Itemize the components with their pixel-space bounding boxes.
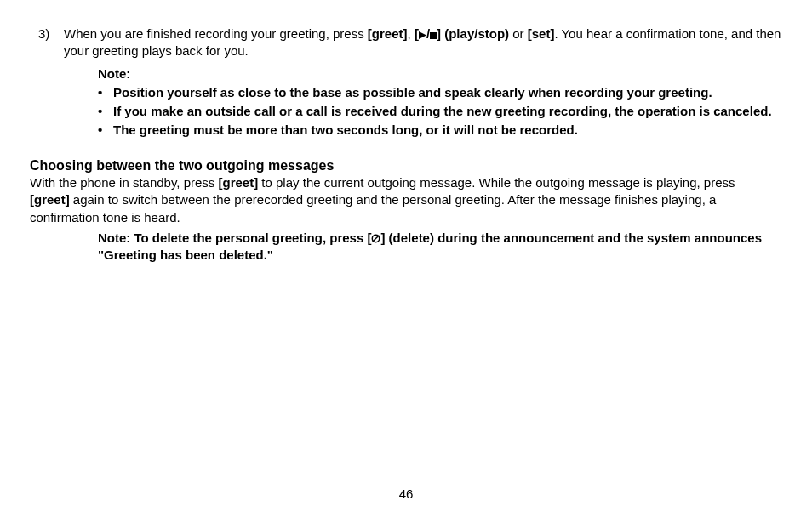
note-item: • If you make an outside call or a call … xyxy=(98,103,786,120)
greet-button-label: [greet] xyxy=(368,26,408,41)
note-text: The greeting must be more than two secon… xyxy=(113,122,578,137)
note-item: • Position yourself as close to the base… xyxy=(98,84,786,101)
note-list: • Position yourself as close to the base… xyxy=(98,84,786,139)
para-text: to play the current outgoing message. Wh… xyxy=(258,175,735,190)
note-item: • The greeting must be more than two sec… xyxy=(98,122,786,139)
bullet-icon: • xyxy=(98,103,113,120)
step-3: 3) When you are finished recording your … xyxy=(30,26,786,139)
note-block: Note: • Position yourself as close to th… xyxy=(64,65,786,139)
step-body: When you are finished recording your gre… xyxy=(64,26,786,139)
greet-button-label: [greet] xyxy=(219,175,259,190)
page-number: 46 xyxy=(0,486,812,503)
stop-icon xyxy=(430,26,437,41)
step-number: 3) xyxy=(38,26,49,43)
playstop-label: (play/stop) xyxy=(441,26,509,41)
delete-note: Note: To delete the personal greeting, p… xyxy=(30,230,770,265)
bullet-icon: • xyxy=(98,122,113,139)
step-text: When you are finished recording your gre… xyxy=(64,26,368,41)
note-text: If you make an outside call or a call is… xyxy=(113,104,772,118)
svg-rect-1 xyxy=(430,32,437,39)
delete-icon xyxy=(371,231,380,245)
section-heading: Choosing between the two outgoing messag… xyxy=(30,157,786,175)
play-icon xyxy=(419,26,426,41)
set-button-label: [set] xyxy=(528,26,555,41)
svg-marker-0 xyxy=(419,31,426,39)
step-sep2: or xyxy=(509,26,528,41)
delete-text: Note: To delete the personal greeting, p… xyxy=(98,231,371,245)
para-text: With the phone in standby, press xyxy=(30,175,219,190)
section-paragraph: With the phone in standby, press [greet]… xyxy=(30,174,770,226)
greet-button-label: [greet] xyxy=(30,192,70,207)
note-text: Position yourself as close to the base a… xyxy=(113,85,712,100)
step-sep: , xyxy=(408,26,415,41)
bullet-icon: • xyxy=(98,84,113,101)
note-heading: Note: xyxy=(98,65,786,83)
para-text: again to switch between the prerecorded … xyxy=(30,192,716,224)
